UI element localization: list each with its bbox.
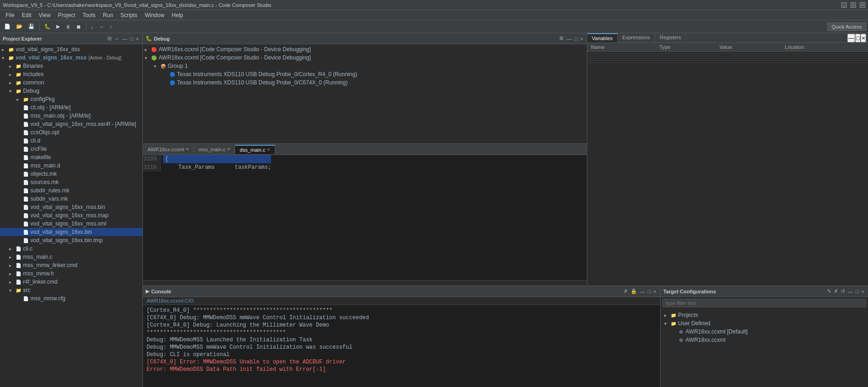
toolbar-debug[interactable]: 🐛 — [42, 22, 53, 31]
menu-tools[interactable]: Tools — [79, 11, 99, 19]
tab-dss-main-c[interactable]: dss_main.c × — [235, 145, 275, 154]
debug-tree-item[interactable]: 🔵 Texas Instruments XDS110 USB Debug Pro… — [143, 78, 587, 87]
editor-horizontal-scroll[interactable] — [143, 280, 587, 286]
close-tab-mss[interactable]: × — [227, 147, 230, 152]
quick-access-button[interactable]: Quick Access — [827, 23, 866, 31]
variables-maximize-button[interactable]: □ — [855, 34, 861, 42]
menu-help[interactable]: Help — [168, 11, 187, 19]
collapse-all-button[interactable]: ⊟ — [106, 36, 112, 42]
console-maximize-button[interactable]: □ — [647, 288, 652, 294]
target-tree-item[interactable]: ⚙ AWR18xx.ccxml — [662, 336, 866, 344]
target-new-button[interactable]: ✎ — [826, 288, 832, 294]
project-tree-item[interactable]: 📄 makefile — [0, 153, 142, 161]
menu-view[interactable]: View — [35, 11, 54, 19]
menu-scripts[interactable]: Scripts — [117, 11, 141, 19]
toolbar-pause[interactable]: ⏸ — [63, 23, 73, 31]
project-tree-item[interactable]: 📄 mss_mmw.cfg — [0, 294, 142, 303]
tab-expressions[interactable]: Expressions — [618, 33, 655, 42]
target-delete-button[interactable]: ✗ — [833, 288, 839, 294]
target-close-button[interactable]: × — [861, 288, 865, 294]
project-tree-item[interactable]: 📄 subdir_vars.mk — [0, 195, 142, 203]
project-tree-item[interactable]: 📄 mss_main.obj - [ARM/le] — [0, 112, 142, 120]
project-tree-item[interactable]: ▸ 📁 configPkg — [0, 95, 142, 103]
project-tree-item[interactable]: 📄 cli.obj - [ARM/le] — [0, 103, 142, 112]
console-clear-button[interactable]: ✗ — [623, 288, 629, 294]
project-tree-item[interactable]: ▾ 📁 Debug — [0, 87, 142, 95]
project-tree-item[interactable]: 📄 crcFile — [0, 145, 142, 153]
target-minimize-button[interactable]: — — [847, 288, 854, 294]
close-tab-awrxml[interactable]: × — [186, 147, 189, 152]
maximize-button[interactable]: □ — [850, 2, 856, 8]
toolbar-step-into[interactable]: ↓ — [89, 23, 96, 31]
toolbar-step-over[interactable]: → — [97, 23, 106, 31]
toolbar-new[interactable]: 📄 — [2, 22, 13, 31]
target-tree-item[interactable]: ⚙ AWR16xx.ccxml [Default] — [662, 327, 866, 336]
console-close-button[interactable]: × — [653, 288, 657, 294]
debug-tree-item[interactable]: 🔵 Texas Instruments XDS110 USB Debug Pro… — [143, 70, 587, 78]
tab-registers[interactable]: Registers — [655, 33, 686, 42]
toolbar-step-return[interactable]: ↑ — [107, 23, 115, 31]
tab-awr18xx-ccxml[interactable]: AWR18xx.ccxml × — [143, 145, 194, 154]
tab-mss-main-c[interactable]: mss_main.c × — [194, 145, 236, 154]
project-tree-item[interactable]: 📄 ccsObjs.opt — [0, 128, 142, 137]
project-tree-item[interactable]: ▾ 📁 vod_vital_signs_16xx_mss [Active - D… — [0, 54, 142, 62]
project-tree-item[interactable]: 📄 vod_vital_signs_16xx_mss.xml — [0, 220, 142, 228]
project-tree-item[interactable]: 📄 vod_vital_signs_16xx.bin — [0, 228, 142, 236]
project-tree-item[interactable]: 📄 vod_vital_signs_16xx_mss.xer4f - [ARM/… — [0, 120, 142, 128]
code-area[interactable]: { Task_Params taskParams; — [163, 155, 271, 280]
tab-variables[interactable]: Variables — [587, 33, 618, 42]
target-refresh-button[interactable]: ↺ — [840, 288, 846, 294]
target-tree-item[interactable]: ▸ 📁 Projects — [662, 311, 866, 319]
target-filter-input[interactable] — [662, 299, 866, 307]
console-scroll-lock-button[interactable]: 🔒 — [630, 288, 638, 294]
variables-minimize-button[interactable]: — — [847, 34, 855, 42]
project-tree-item[interactable]: ▸ 📁 common — [0, 78, 142, 87]
debug-tree-item[interactable]: ▸ 🔴 AWR16xx.ccxml [Code Composer Studio … — [143, 45, 587, 54]
close-tab-dss[interactable]: × — [267, 147, 270, 152]
project-tree-item[interactable]: ▸ 📄 mss_mmw_linker.cmd — [0, 261, 142, 269]
target-tree-item[interactable]: ▾ 📁 User Defined — [662, 319, 866, 327]
project-tree-item[interactable]: 📄 subdir_rules.mk — [0, 186, 142, 195]
project-tree-item[interactable]: ▸ 📄 cli.c — [0, 244, 142, 253]
minimize-panel-button[interactable]: — — [121, 36, 128, 42]
project-tree-item[interactable]: ▸ 📁 Binaries — [0, 62, 142, 70]
project-tree-item[interactable]: 📄 vod_vital_signs_16xx.bin.tmp — [0, 236, 142, 244]
project-tree-item[interactable]: 📄 vod_vital_signs_16xx_mss.bin — [0, 203, 142, 211]
variables-close-button[interactable]: × — [861, 34, 866, 42]
window-controls[interactable]: _ □ × — [841, 2, 865, 8]
target-maximize-button[interactable]: □ — [855, 288, 860, 294]
toolbar-stop[interactable]: ⏹ — [74, 23, 83, 31]
toolbar-save[interactable]: 💾 — [26, 22, 37, 31]
console-output[interactable]: [Cortex_R4_0] **************************… — [143, 305, 660, 387]
project-tree-item[interactable]: 📄 sources.mk — [0, 178, 142, 186]
toolbar-open[interactable]: 📂 — [14, 22, 25, 31]
project-tree-item[interactable]: ▸ 📄 r4f_linker.cmd — [0, 278, 142, 286]
menu-project[interactable]: Project — [54, 11, 79, 19]
project-tree-item[interactable]: 📄 cli.d — [0, 137, 142, 145]
debug-tree-item[interactable]: ▾ 📦 Group 1 — [143, 62, 587, 70]
debug-maximize-button[interactable]: □ — [573, 36, 579, 42]
debug-close-button[interactable]: × — [579, 36, 584, 42]
toolbar-run[interactable]: ▶ — [54, 22, 62, 31]
debug-tree-item[interactable]: ▾ 🟢 AWR18xx.ccxml [Code Composer Studio … — [143, 54, 587, 62]
debug-settings-button[interactable]: ⚙ — [558, 36, 565, 42]
project-tree-item[interactable]: 📄 objects.mk — [0, 170, 142, 178]
close-button[interactable]: × — [860, 2, 865, 8]
close-panel-button[interactable]: × — [135, 36, 140, 42]
menu-file[interactable]: File — [2, 11, 18, 19]
maximize-panel-button[interactable]: □ — [129, 36, 134, 42]
project-tree-item[interactable]: 📄 mss_main.d — [0, 161, 142, 170]
menu-window[interactable]: Window — [141, 11, 168, 19]
project-tree-item[interactable]: 📄 vod_vital_signs_16xx_mss.map — [0, 211, 142, 220]
project-tree-item[interactable]: ▸ 📁 Includes — [0, 70, 142, 78]
console-minimize-button[interactable]: — — [639, 288, 646, 294]
project-tree-item[interactable]: ▸ 📄 mss_main.c — [0, 253, 142, 261]
debug-minimize-button[interactable]: — — [566, 36, 573, 42]
menu-edit[interactable]: Edit — [18, 11, 35, 19]
minimize-button[interactable]: _ — [841, 2, 847, 8]
project-tree-item[interactable]: ▸ 📁 vod_vital_signs_16xx_dss — [0, 45, 142, 54]
project-tree-item[interactable]: ▾ 📁 src — [0, 286, 142, 294]
project-tree-item[interactable]: ▸ 📄 mss_mmw.h — [0, 269, 142, 278]
link-editor-button[interactable]: ↔ — [113, 36, 120, 42]
menu-run[interactable]: Run — [99, 11, 117, 19]
